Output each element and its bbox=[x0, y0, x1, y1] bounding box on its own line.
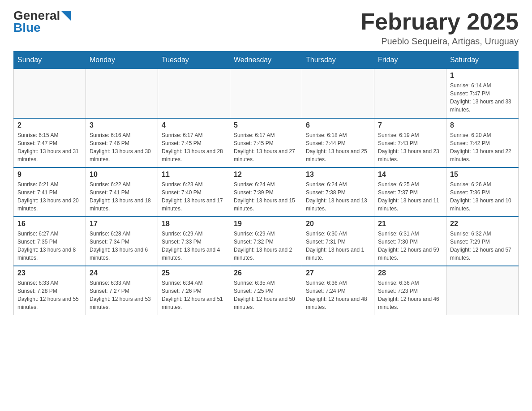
day-number: 1 bbox=[450, 72, 515, 80]
day-info: Sunrise: 6:31 AMSunset: 7:30 PMDaylight:… bbox=[378, 230, 442, 262]
logo-arrow-icon bbox=[61, 11, 71, 21]
calendar-header-row: SundayMondayTuesdayWednesdayThursdayFrid… bbox=[14, 51, 519, 69]
calendar-cell: 24Sunrise: 6:33 AMSunset: 7:27 PMDayligh… bbox=[86, 266, 158, 315]
calendar-cell: 7Sunrise: 6:19 AMSunset: 7:43 PMDaylight… bbox=[374, 118, 446, 167]
day-info: Sunrise: 6:14 AMSunset: 7:47 PMDaylight:… bbox=[450, 81, 515, 114]
day-number: 11 bbox=[162, 171, 226, 179]
calendar-week-row: 23Sunrise: 6:33 AMSunset: 7:28 PMDayligh… bbox=[14, 266, 519, 315]
calendar-cell: 25Sunrise: 6:34 AMSunset: 7:26 PMDayligh… bbox=[158, 266, 230, 315]
calendar-week-row: 16Sunrise: 6:27 AMSunset: 7:35 PMDayligh… bbox=[14, 217, 519, 266]
day-info: Sunrise: 6:24 AMSunset: 7:38 PMDaylight:… bbox=[306, 180, 370, 213]
day-info: Sunrise: 6:29 AMSunset: 7:32 PMDaylight:… bbox=[234, 230, 298, 262]
day-number: 21 bbox=[378, 220, 442, 228]
calendar-cell: 6Sunrise: 6:18 AMSunset: 7:44 PMDaylight… bbox=[302, 118, 374, 167]
day-info: Sunrise: 6:22 AMSunset: 7:41 PMDaylight:… bbox=[90, 180, 154, 213]
day-info: Sunrise: 6:33 AMSunset: 7:28 PMDaylight:… bbox=[17, 279, 82, 311]
day-number: 19 bbox=[234, 220, 298, 228]
day-info: Sunrise: 6:23 AMSunset: 7:40 PMDaylight:… bbox=[162, 180, 226, 213]
calendar-cell bbox=[374, 69, 446, 118]
day-number: 25 bbox=[162, 269, 226, 277]
calendar-header-friday: Friday bbox=[374, 51, 446, 69]
day-info: Sunrise: 6:27 AMSunset: 7:35 PMDaylight:… bbox=[17, 230, 82, 262]
day-number: 2 bbox=[17, 121, 82, 129]
calendar-cell bbox=[86, 69, 158, 118]
day-number: 6 bbox=[306, 121, 370, 129]
calendar-table: SundayMondayTuesdayWednesdayThursdayFrid… bbox=[13, 51, 519, 315]
calendar-cell: 13Sunrise: 6:24 AMSunset: 7:38 PMDayligh… bbox=[302, 167, 374, 217]
calendar-cell: 20Sunrise: 6:30 AMSunset: 7:31 PMDayligh… bbox=[302, 217, 374, 266]
day-info: Sunrise: 6:32 AMSunset: 7:29 PMDaylight:… bbox=[450, 230, 515, 262]
calendar-header-sunday: Sunday bbox=[14, 51, 86, 69]
day-number: 16 bbox=[17, 220, 82, 228]
day-number: 27 bbox=[306, 269, 370, 277]
day-number: 17 bbox=[90, 220, 154, 228]
day-number: 22 bbox=[450, 220, 515, 228]
logo-general: General bbox=[13, 9, 60, 22]
day-info: Sunrise: 6:18 AMSunset: 7:44 PMDaylight:… bbox=[306, 131, 370, 163]
day-info: Sunrise: 6:15 AMSunset: 7:47 PMDaylight:… bbox=[17, 131, 82, 163]
day-info: Sunrise: 6:17 AMSunset: 7:45 PMDaylight:… bbox=[234, 131, 298, 163]
day-info: Sunrise: 6:35 AMSunset: 7:25 PMDaylight:… bbox=[234, 279, 298, 311]
day-number: 12 bbox=[234, 171, 298, 179]
day-number: 7 bbox=[378, 121, 442, 129]
title-section: February 2025 Pueblo Sequeira, Artigas, … bbox=[360, 9, 519, 47]
location-subtitle: Pueblo Sequeira, Artigas, Uruguay bbox=[360, 36, 519, 47]
calendar-cell: 11Sunrise: 6:23 AMSunset: 7:40 PMDayligh… bbox=[158, 167, 230, 217]
day-info: Sunrise: 6:34 AMSunset: 7:26 PMDaylight:… bbox=[162, 279, 226, 311]
day-info: Sunrise: 6:36 AMSunset: 7:23 PMDaylight:… bbox=[378, 279, 442, 311]
calendar-cell: 5Sunrise: 6:17 AMSunset: 7:45 PMDaylight… bbox=[230, 118, 302, 167]
calendar-cell: 28Sunrise: 6:36 AMSunset: 7:23 PMDayligh… bbox=[374, 266, 446, 315]
day-info: Sunrise: 6:29 AMSunset: 7:33 PMDaylight:… bbox=[162, 230, 226, 262]
day-number: 23 bbox=[17, 269, 82, 277]
day-info: Sunrise: 6:21 AMSunset: 7:41 PMDaylight:… bbox=[17, 180, 82, 213]
day-number: 10 bbox=[90, 171, 154, 179]
calendar-cell: 15Sunrise: 6:26 AMSunset: 7:36 PMDayligh… bbox=[446, 167, 519, 217]
calendar-header-monday: Monday bbox=[86, 51, 158, 69]
calendar-week-row: 9Sunrise: 6:21 AMSunset: 7:41 PMDaylight… bbox=[14, 167, 519, 217]
calendar-cell: 16Sunrise: 6:27 AMSunset: 7:35 PMDayligh… bbox=[14, 217, 86, 266]
day-number: 14 bbox=[378, 171, 442, 179]
day-info: Sunrise: 6:28 AMSunset: 7:34 PMDaylight:… bbox=[90, 230, 154, 262]
calendar-cell: 12Sunrise: 6:24 AMSunset: 7:39 PMDayligh… bbox=[230, 167, 302, 217]
calendar-cell: 26Sunrise: 6:35 AMSunset: 7:25 PMDayligh… bbox=[230, 266, 302, 315]
calendar-cell: 19Sunrise: 6:29 AMSunset: 7:32 PMDayligh… bbox=[230, 217, 302, 266]
month-title: February 2025 bbox=[360, 9, 519, 34]
calendar-cell bbox=[230, 69, 302, 118]
calendar-cell: 23Sunrise: 6:33 AMSunset: 7:28 PMDayligh… bbox=[14, 266, 86, 315]
day-number: 15 bbox=[450, 171, 515, 179]
logo: General Blue bbox=[13, 9, 71, 35]
calendar-cell bbox=[14, 69, 86, 118]
calendar-cell: 22Sunrise: 6:32 AMSunset: 7:29 PMDayligh… bbox=[446, 217, 519, 266]
calendar-header-thursday: Thursday bbox=[302, 51, 374, 69]
day-number: 5 bbox=[234, 121, 298, 129]
day-info: Sunrise: 6:30 AMSunset: 7:31 PMDaylight:… bbox=[306, 230, 370, 262]
calendar-header-wednesday: Wednesday bbox=[230, 51, 302, 69]
calendar-cell: 14Sunrise: 6:25 AMSunset: 7:37 PMDayligh… bbox=[374, 167, 446, 217]
calendar-cell: 21Sunrise: 6:31 AMSunset: 7:30 PMDayligh… bbox=[374, 217, 446, 266]
logo-blue: Blue bbox=[13, 21, 41, 35]
day-number: 20 bbox=[306, 220, 370, 228]
day-number: 28 bbox=[378, 269, 442, 277]
day-info: Sunrise: 6:24 AMSunset: 7:39 PMDaylight:… bbox=[234, 180, 298, 213]
calendar-cell: 9Sunrise: 6:21 AMSunset: 7:41 PMDaylight… bbox=[14, 167, 86, 217]
calendar-cell: 8Sunrise: 6:20 AMSunset: 7:42 PMDaylight… bbox=[446, 118, 519, 167]
calendar-cell: 27Sunrise: 6:36 AMSunset: 7:24 PMDayligh… bbox=[302, 266, 374, 315]
day-info: Sunrise: 6:16 AMSunset: 7:46 PMDaylight:… bbox=[90, 131, 154, 163]
day-info: Sunrise: 6:26 AMSunset: 7:36 PMDaylight:… bbox=[450, 180, 515, 213]
calendar-cell: 4Sunrise: 6:17 AMSunset: 7:45 PMDaylight… bbox=[158, 118, 230, 167]
calendar-cell: 2Sunrise: 6:15 AMSunset: 7:47 PMDaylight… bbox=[14, 118, 86, 167]
day-info: Sunrise: 6:33 AMSunset: 7:27 PMDaylight:… bbox=[90, 279, 154, 311]
day-info: Sunrise: 6:36 AMSunset: 7:24 PMDaylight:… bbox=[306, 279, 370, 311]
calendar-cell: 3Sunrise: 6:16 AMSunset: 7:46 PMDaylight… bbox=[86, 118, 158, 167]
calendar-header-saturday: Saturday bbox=[446, 51, 519, 69]
day-number: 3 bbox=[90, 121, 154, 129]
calendar-week-row: 1Sunrise: 6:14 AMSunset: 7:47 PMDaylight… bbox=[14, 69, 519, 118]
day-number: 24 bbox=[90, 269, 154, 277]
calendar-cell: 17Sunrise: 6:28 AMSunset: 7:34 PMDayligh… bbox=[86, 217, 158, 266]
day-number: 18 bbox=[162, 220, 226, 228]
calendar-cell: 18Sunrise: 6:29 AMSunset: 7:33 PMDayligh… bbox=[158, 217, 230, 266]
calendar-header-tuesday: Tuesday bbox=[158, 51, 230, 69]
calendar-week-row: 2Sunrise: 6:15 AMSunset: 7:47 PMDaylight… bbox=[14, 118, 519, 167]
day-number: 13 bbox=[306, 171, 370, 179]
calendar-cell bbox=[446, 266, 519, 315]
